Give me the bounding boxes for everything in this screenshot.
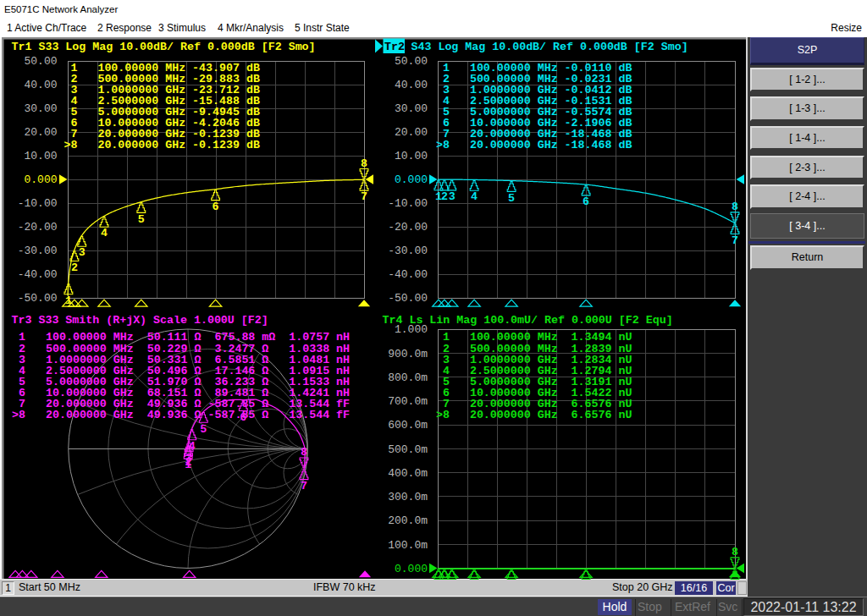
svg-text:20.00: 20.00 (395, 126, 428, 139)
svg-text:200.0m: 200.0m (388, 514, 428, 527)
svg-text:7: 7 (301, 480, 307, 492)
svg-text:5: 5 (200, 423, 207, 436)
svg-text:50.00: 50.00 (24, 55, 57, 68)
svg-text:20.00: 20.00 (24, 126, 57, 139)
svg-text:30.00: 30.00 (395, 102, 428, 115)
svg-text:1.000: 1.000 (395, 323, 428, 336)
svg-text:30.00: 30.00 (24, 102, 57, 115)
svg-text:-50.00: -50.00 (388, 292, 428, 305)
svg-text:10.00: 10.00 (24, 150, 57, 162)
svg-text:8: 8 (301, 446, 307, 459)
svg-text:400.0m: 400.0m (388, 467, 428, 480)
svg-text:>8 20.000000 GHz -0.1239 dB: >8 20.000000 GHz -0.1239 dB (64, 139, 260, 151)
svg-text:40.00: 40.00 (395, 79, 428, 91)
svg-text:5: 5 (138, 213, 145, 226)
svg-text:8: 8 (732, 201, 738, 213)
svg-text:4: 4 (189, 440, 196, 453)
svg-text:7: 7 (361, 190, 367, 203)
svg-text:4: 4 (471, 190, 478, 203)
svg-text:>8 20.000000 GHz -18.468 dB: >8 20.000000 GHz -18.468 dB (436, 139, 632, 151)
svg-text:50.00: 50.00 (395, 55, 428, 68)
svg-text:Tr1 S33 Log Mag 10.00dB/ Ref 0: Tr1 S33 Log Mag 10.00dB/ Ref 0.000dB [F2… (12, 41, 316, 53)
svg-text:600.0m: 600.0m (388, 419, 428, 432)
svg-text:6: 6 (240, 411, 246, 424)
svg-text:-10.00: -10.00 (388, 197, 428, 210)
svg-text:3: 3 (449, 190, 456, 203)
svg-text:S43 Log Mag 10.00dB/ Ref 0.000: S43 Log Mag 10.00dB/ Ref 0.000dB [F2 Smo… (405, 41, 688, 53)
svg-text:>8 20.000000 GHz 49.936 Ω -: >8 20.000000 GHz 49.936 Ω -587.85 Ω 13.5… (12, 409, 350, 421)
svg-text:4: 4 (471, 580, 478, 592)
svg-text:6: 6 (583, 580, 589, 592)
svg-text:-20.00: -20.00 (18, 221, 58, 234)
svg-text:800.0m: 800.0m (388, 371, 428, 384)
svg-text:3: 3 (185, 452, 192, 465)
svg-text:0.000: 0.000 (395, 563, 428, 575)
svg-text:8: 8 (732, 546, 738, 558)
svg-text:1: 1 (435, 580, 442, 592)
svg-text:2: 2 (71, 261, 78, 274)
svg-text:0.000: 0.000 (395, 173, 428, 186)
svg-text:-10.00: -10.00 (18, 197, 58, 210)
svg-text:5: 5 (508, 580, 515, 592)
svg-text:-30.00: -30.00 (388, 245, 428, 257)
svg-text:700.0m: 700.0m (388, 395, 428, 408)
svg-text:-20.00: -20.00 (388, 221, 428, 234)
svg-text:6: 6 (213, 201, 219, 213)
svg-text:-50.00: -50.00 (18, 292, 58, 305)
svg-text:3: 3 (79, 246, 86, 259)
svg-text:>8 20.000000 GHz 6.6576 nU: >8 20.000000 GHz 6.6576 nU (436, 409, 632, 421)
svg-text:8: 8 (361, 157, 367, 170)
svg-text:-40.00: -40.00 (18, 268, 58, 281)
svg-text:0.000: 0.000 (24, 173, 57, 186)
svg-text:6: 6 (583, 195, 589, 208)
svg-text:300.0m: 300.0m (388, 491, 428, 503)
svg-text:-30.00: -30.00 (18, 245, 58, 257)
svg-text:7: 7 (732, 580, 738, 592)
svg-text:Tr2: Tr2 (384, 41, 405, 53)
svg-text:3: 3 (449, 580, 456, 592)
svg-text:-40.00: -40.00 (388, 268, 428, 281)
svg-text:2: 2 (441, 190, 448, 203)
svg-text:10.00: 10.00 (395, 150, 428, 162)
svg-text:7: 7 (732, 234, 738, 247)
svg-text:500.0m: 500.0m (388, 443, 428, 456)
svg-text:900.0m: 900.0m (388, 348, 428, 360)
svg-text:1: 1 (65, 294, 72, 307)
svg-text:Tr3 S33 Smith (R+jX) Scale 1.0: Tr3 S33 Smith (R+jX) Scale 1.000U [F2] (12, 314, 268, 327)
svg-text:4: 4 (101, 227, 108, 239)
svg-text:5: 5 (508, 192, 515, 205)
svg-text:100.0m: 100.0m (388, 539, 428, 552)
svg-text:2: 2 (441, 580, 448, 592)
svg-text:40.00: 40.00 (24, 79, 57, 91)
